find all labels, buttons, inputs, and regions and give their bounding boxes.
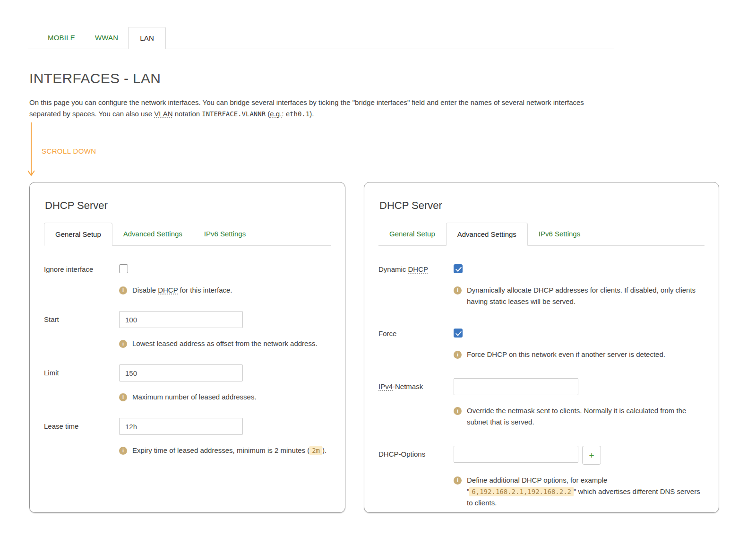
- dhcp-tabs: General Setup Advanced Settings IPv6 Set…: [378, 223, 704, 246]
- lease-time-help: Expiry time of leased addresses, minimum…: [132, 445, 326, 456]
- dhcp-options-input-group: +: [454, 446, 704, 465]
- help-row: Lowest leased address as offset from the…: [119, 338, 331, 349]
- limit-input[interactable]: [119, 364, 243, 381]
- dhcp-abbr: DHCP: [408, 265, 429, 273]
- description-text: (: [266, 110, 270, 118]
- help-row: Override the netmask sent to clients. No…: [454, 405, 704, 428]
- info-icon: [454, 476, 462, 485]
- help-text: Disable: [132, 286, 158, 294]
- eg-abbr: e.g.: [270, 110, 282, 118]
- dhcp-server-panel-advanced: DHCP Server General Setup Advanced Setti…: [364, 182, 719, 513]
- description-text: ).: [309, 110, 314, 118]
- dynamic-dhcp-checkbox[interactable]: [454, 264, 463, 273]
- force-checkbox[interactable]: [454, 329, 463, 338]
- row-control: Maximum number of leased addresses.: [119, 364, 331, 403]
- ipv4-netmask-input[interactable]: [454, 378, 578, 395]
- tab-general-setup[interactable]: General Setup: [378, 223, 446, 245]
- tab-lan[interactable]: LAN: [128, 27, 166, 49]
- label-text: Dynamic: [378, 265, 408, 273]
- ipv4-abbr: IPv4: [378, 382, 393, 390]
- form-row-ipv4-netmask: IPv4-Netmask Override the netmask sent t…: [378, 378, 704, 428]
- tab-ipv6-settings[interactable]: IPv6 Settings: [528, 223, 591, 245]
- limit-help: Maximum number of leased addresses.: [132, 391, 257, 403]
- help-row: Disable DHCP for this interface.: [119, 285, 331, 296]
- info-icon: [119, 447, 127, 455]
- tab-advanced-settings[interactable]: Advanced Settings: [446, 223, 528, 246]
- form-row-start: Start Lowest leased address as offset fr…: [44, 311, 331, 349]
- info-icon: [454, 286, 462, 294]
- row-control: + Define additional DHCP options, for ex…: [454, 446, 704, 509]
- start-help: Lowest leased address as offset from the…: [132, 338, 318, 349]
- help-row: Dynamically allocate DHCP addresses for …: [454, 285, 704, 307]
- row-control: Expiry time of leased addresses, minimum…: [119, 418, 331, 456]
- form-row-limit: Limit Maximum number of leased addresses…: [44, 364, 331, 403]
- page-title: INTERFACES - LAN: [29, 70, 756, 87]
- dhcp-options-label: DHCP-Options: [378, 446, 454, 509]
- form-row-lease-time: Lease time Expiry time of leased address…: [44, 418, 331, 456]
- eth0-code: eth0.1: [286, 110, 310, 118]
- tab-advanced-settings[interactable]: Advanced Settings: [112, 223, 193, 245]
- form-row-dhcp-options: DHCP-Options + Define additional DHCP op…: [378, 446, 704, 509]
- panel-title: DHCP Server: [45, 199, 331, 212]
- help-text: for this interface.: [178, 286, 232, 294]
- start-input[interactable]: [119, 311, 243, 328]
- scroll-down-arrow-icon: [27, 121, 36, 179]
- lease-time-label: Lease time: [44, 418, 119, 456]
- form-row-dynamic-dhcp: Dynamic DHCP Dynamically allocate DHCP a…: [378, 261, 704, 307]
- lease-time-input[interactable]: [119, 418, 243, 435]
- dhcp-panels: DHCP Server General Setup Advanced Setti…: [29, 182, 756, 513]
- interface-vlannr-code: INTERFACE.VLANNR: [202, 110, 266, 118]
- ignore-interface-checkbox[interactable]: [119, 264, 128, 273]
- info-icon: [119, 393, 127, 401]
- ipv4-netmask-help: Override the netmask sent to clients. No…: [467, 405, 704, 428]
- row-control: Dynamically allocate DHCP addresses for …: [454, 261, 704, 307]
- help-row: Force DHCP on this network even if anoth…: [454, 349, 704, 360]
- ignore-interface-help: Disable DHCP for this interface.: [132, 285, 232, 296]
- row-control: Override the netmask sent to clients. No…: [454, 378, 704, 428]
- vlan-abbr: VLAN: [154, 110, 172, 118]
- form-row-ignore-interface: Ignore interface Disable DHCP for this i…: [44, 261, 331, 296]
- dhcp-options-example-code: 6,192.168.2.1,192.168.2.2: [469, 487, 574, 496]
- info-icon: [454, 407, 462, 415]
- dynamic-dhcp-label: Dynamic DHCP: [378, 261, 454, 307]
- help-row: Expiry time of leased addresses, minimum…: [119, 445, 331, 456]
- ignore-interface-label: Ignore interface: [44, 261, 119, 296]
- dhcp-options-input[interactable]: [454, 446, 578, 463]
- tab-wwan[interactable]: WWAN: [85, 27, 128, 49]
- tab-ipv6-settings[interactable]: IPv6 Settings: [193, 223, 257, 245]
- scroll-annotation: SCROLL DOWN: [28, 120, 756, 182]
- dynamic-dhcp-help: Dynamically allocate DHCP addresses for …: [467, 285, 704, 307]
- info-icon: [119, 340, 127, 348]
- info-icon: [119, 286, 127, 294]
- info-icon: [454, 351, 462, 359]
- interface-tabbar: MOBILE WWAN LAN: [28, 27, 614, 49]
- row-control: Disable DHCP for this interface.: [119, 261, 331, 296]
- page-description: On this page you can configure the netwo…: [29, 97, 589, 120]
- help-row: Maximum number of leased addresses.: [119, 391, 331, 403]
- form-row-force: Force Force DHCP on this network even if…: [378, 325, 704, 360]
- description-text: :: [282, 110, 285, 118]
- force-label: Force: [378, 325, 454, 360]
- scroll-down-label: SCROLL DOWN: [42, 147, 96, 155]
- tab-mobile[interactable]: MOBILE: [38, 27, 85, 49]
- panel-title: DHCP Server: [379, 199, 704, 212]
- ipv4-netmask-label: IPv4-Netmask: [378, 378, 454, 428]
- help-text: ).: [322, 446, 326, 454]
- row-control: Lowest leased address as offset from the…: [119, 311, 331, 349]
- help-row: Define additional DHCP options, for exam…: [454, 475, 704, 509]
- dhcp-server-panel-general: DHCP Server General Setup Advanced Setti…: [29, 182, 345, 513]
- limit-label: Limit: [44, 364, 119, 403]
- force-help: Force DHCP on this network even if anoth…: [467, 349, 665, 360]
- row-control: Force DHCP on this network even if anoth…: [454, 325, 704, 360]
- lease-time-min-code: 2m: [309, 446, 322, 455]
- help-text: Expiry time of leased addresses, minimum…: [132, 446, 309, 454]
- dhcp-abbr: DHCP: [158, 286, 178, 294]
- dhcp-tabs: General Setup Advanced Settings IPv6 Set…: [44, 223, 331, 246]
- description-text: notation: [173, 110, 202, 118]
- interface-tabs: MOBILE WWAN LAN: [28, 27, 614, 49]
- label-text: -Netmask: [393, 382, 423, 390]
- add-dhcp-option-button[interactable]: +: [582, 446, 601, 465]
- start-label: Start: [44, 311, 119, 349]
- tab-general-setup[interactable]: General Setup: [44, 223, 112, 246]
- dhcp-options-help: Define additional DHCP options, for exam…: [467, 475, 704, 509]
